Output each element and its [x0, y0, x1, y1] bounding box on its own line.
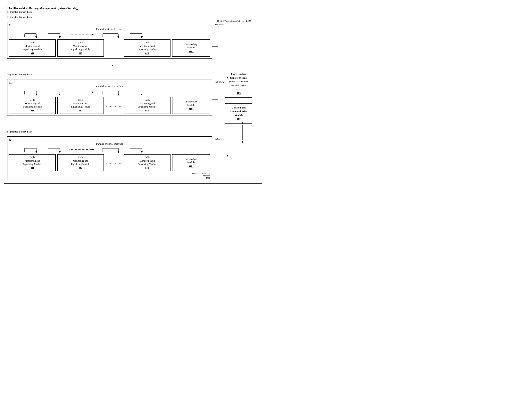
module-012-pack01: CellsMonitoring andEqualizing Module012 [57, 39, 104, 57]
module-0101-pack02: IntermediaryModule0101 [172, 97, 210, 114]
vertical-dots-1: · · · [7, 63, 212, 68]
modules-row-12: CellsMonitoring andEqualizing Module011 … [9, 154, 210, 171]
pack-id-01: 01 [9, 24, 210, 27]
interface-row-02: Parallel or Serial Interface [9, 85, 210, 96]
svg-marker-21 [35, 94, 37, 96]
outer-title: The Hierarchical Battery-Management Syst… [7, 7, 259, 10]
module-012-pack02: CellsMonitoring andEqualizing Module012 [57, 97, 104, 114]
svg-marker-31 [117, 94, 119, 96]
outer-container: The Hierarchical Battery-Management Syst… [4, 4, 262, 184]
pack-id-12: 12 [9, 138, 210, 141]
module-019-pack01: CellsMonitoring andEqualizing Module019 [124, 39, 170, 57]
pack-12: 12 Sub-Pack Parallel or Serial Interface [7, 136, 212, 181]
segmented-label-01: Segmented Battery Pack [7, 16, 212, 19]
module-019-pack02: CellsMonitoring andEqualizing Module019 [124, 97, 170, 114]
modules-row-01: CellsMonitoring andEqualizing Module011 … [9, 39, 210, 57]
svg-marker-27 [92, 91, 94, 93]
pack-01: 01 Sub-Pack Parallel or Serial Interface [7, 22, 212, 58]
outer-subtitle: Segmented Battery Pack [7, 10, 259, 13]
svg-marker-53 [141, 151, 143, 153]
svg-marker-49 [117, 151, 119, 153]
svg-marker-17 [141, 36, 143, 38]
modules-row-02: CellsMonitoring andEqualizing Module011 … [9, 97, 210, 114]
interface-title-01: Parallel or Serial Interface [9, 27, 210, 31]
vertical-dots-2: · · · [7, 120, 212, 126]
power-system-control-module: Power-SystemControl Module (Vehicle Cont… [225, 70, 252, 98]
decision-communication-module: Decision andCommunicationModule 112 [225, 104, 252, 124]
interface-arrows-02 [9, 88, 210, 96]
module-0101-pack01: IntermediaryModule0101 [172, 39, 210, 57]
interface-row-12: Parallel or Serial Interface [9, 142, 210, 153]
module-011-pack01: CellsMonitoring andEqualizing Module011 [9, 39, 56, 57]
svg-marker-39 [35, 151, 37, 153]
dots-col-12: ............ [105, 154, 122, 171]
svg-marker-7 [59, 36, 61, 38]
pack-02: 02 Sub-Pack Parallel or Serial Interface [7, 79, 212, 116]
interface-title-02: Parallel or Serial Interface [9, 85, 210, 88]
main-layout: Segmented Battery Pack 01 Sub-Pack Paral… [7, 16, 259, 181]
segmented-label-12: Segmented Battery Pack [7, 130, 212, 133]
packs-area: Segmented Battery Pack 01 Sub-Pack Paral… [7, 16, 212, 181]
svg-marker-25 [59, 94, 61, 96]
svg-marker-43 [59, 151, 61, 153]
module-012-pack12: CellsMonitoring andEqualizing Module012 [57, 154, 104, 171]
svg-marker-35 [141, 94, 143, 96]
interface-arrows-12 [9, 146, 210, 153]
svg-marker-45 [92, 149, 94, 150]
module-0101-pack12: IntermediaryModule0101 [172, 154, 210, 171]
right-area: Digital Transmission Interface 0022 [212, 16, 259, 181]
svg-marker-64 [242, 141, 243, 143]
interface-arrows-01 [9, 31, 210, 38]
svg-marker-3 [35, 36, 37, 38]
interface-title-12: Parallel or Serial Interface [9, 142, 210, 145]
segmented-label-02: Segmented Battery Pack [7, 73, 212, 76]
module-019-pack12: CellsMonitoring andEqualizing Module019 [124, 154, 170, 171]
right-connectors-svg [212, 16, 257, 183]
svg-marker-9 [92, 34, 94, 36]
module-011-pack12: CellsMonitoring andEqualizing Module011 [9, 154, 56, 171]
svg-marker-61 [227, 155, 229, 157]
dots-col-01: ............ [105, 39, 122, 57]
interface-row-01: Parallel or Serial Interface [9, 27, 210, 38]
pack-id-02: 02 [9, 81, 210, 84]
svg-marker-13 [117, 36, 119, 38]
dots-col-02: ............ [105, 97, 122, 114]
dti-bottom-pack12: Digital TransmissionInterface0022 [9, 172, 210, 179]
module-011-pack02: CellsMonitoring andEqualizing Module011 [9, 97, 56, 114]
